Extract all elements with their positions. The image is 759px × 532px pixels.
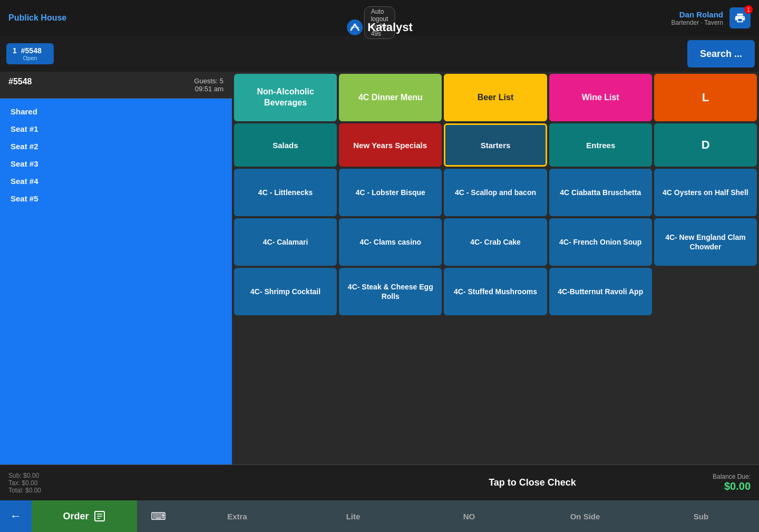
seat-5[interactable]: Seat #5 bbox=[0, 190, 232, 207]
item-littlenecks[interactable]: 4C - Littlenecks bbox=[234, 169, 337, 216]
action-no[interactable]: NO bbox=[411, 500, 527, 532]
order-id-display: #5548 bbox=[8, 77, 32, 93]
search-button[interactable]: Search ... bbox=[687, 40, 755, 67]
user-details: Dan Roland Bartender · Tavern bbox=[671, 10, 723, 26]
total: Total: $0.00 bbox=[8, 487, 352, 494]
menu-categories-row: Non-AlcoholicBeverages 4C Dinner Menu Be… bbox=[234, 74, 757, 121]
item-clams-casino[interactable]: 4C- Clams casino bbox=[339, 218, 442, 266]
app-name: Katalyst bbox=[367, 21, 413, 34]
item-ciabatta-bruschetta[interactable]: 4C Ciabatta Bruschetta bbox=[549, 169, 652, 216]
order-status: Open bbox=[13, 55, 47, 61]
left-panel: #5548 Guests: 5 09:51 am Shared Seat #1 … bbox=[0, 72, 232, 465]
seat-2[interactable]: Seat #2 bbox=[0, 138, 232, 155]
order-info-bar: #5548 Guests: 5 09:51 am bbox=[0, 72, 232, 99]
seat-1[interactable]: Seat #1 bbox=[0, 120, 232, 138]
cat-non-alcoholic[interactable]: Non-AlcoholicBeverages bbox=[234, 74, 337, 121]
print-button[interactable]: 1 bbox=[729, 7, 751, 28]
seats-panel: Shared Seat #1 Seat #2 Seat #3 Seat #4 S… bbox=[0, 99, 232, 465]
balance-amount: $0.00 bbox=[713, 480, 751, 492]
order-time: 09:51 am bbox=[194, 85, 223, 93]
action-lite[interactable]: Lite bbox=[295, 500, 411, 532]
seat-shared[interactable]: Shared bbox=[0, 103, 232, 120]
balance-label: Balance Due: bbox=[713, 473, 751, 480]
balance-section: Balance Due: $0.00 bbox=[704, 471, 759, 495]
item-crab-cake[interactable]: 4C- Crab Cake bbox=[444, 218, 547, 266]
tap-close-check[interactable]: Tap to Close Check bbox=[361, 477, 704, 488]
menu-panel: Non-AlcoholicBeverages 4C Dinner Menu Be… bbox=[232, 72, 759, 465]
katalyst-logo-icon bbox=[346, 19, 363, 36]
action-sub[interactable]: Sub bbox=[643, 500, 759, 532]
item-calamari[interactable]: 4C- Calamari bbox=[234, 218, 337, 266]
top-bar: Publick House Auto logout in: 9m 49s Kat… bbox=[0, 0, 759, 36]
item-new-england-clam-chowder[interactable]: 4C- New England Clam Chowder bbox=[654, 218, 757, 266]
cat-beer-list[interactable]: Beer List bbox=[444, 74, 547, 121]
cat-other[interactable]: L bbox=[654, 74, 757, 121]
user-role: Bartender · Tavern bbox=[671, 19, 723, 26]
order-header: 1 #5548 Open Search ... bbox=[0, 36, 759, 72]
subcat-new-years-specials[interactable]: New Years Specials bbox=[339, 123, 442, 167]
menu-subcats-row: Salads New Years Specials Starters Entre… bbox=[234, 123, 757, 167]
item-oysters-half-shell[interactable]: 4C Oysters on Half Shell bbox=[654, 169, 757, 216]
action-on-side[interactable]: On Side bbox=[527, 500, 643, 532]
main-layout: #5548 Guests: 5 09:51 am Shared Seat #1 … bbox=[0, 72, 759, 465]
order-tab[interactable]: 1 #5548 Open bbox=[6, 43, 54, 64]
printer-icon bbox=[734, 12, 746, 24]
keyboard-button[interactable]: ⌨ bbox=[137, 500, 179, 532]
print-badge: 1 bbox=[744, 5, 753, 14]
item-butternut-ravoli[interactable]: 4C-Butternut Ravoli App bbox=[549, 268, 652, 315]
brand-name: Publick House bbox=[8, 13, 66, 23]
order-label: Order bbox=[63, 511, 89, 522]
user-info: Dan Roland Bartender · Tavern 1 bbox=[671, 7, 751, 28]
order-id: #5548 bbox=[21, 46, 42, 55]
subcat-salads[interactable]: Salads bbox=[234, 123, 337, 167]
subcat-entrees[interactable]: Entrees bbox=[549, 123, 652, 167]
footer: ← Order ⌨ Extra Lite NO On Side Sub bbox=[0, 500, 759, 532]
order-meta: Guests: 5 09:51 am bbox=[194, 77, 223, 93]
user-name: Dan Roland bbox=[671, 10, 723, 19]
item-lobster-bisque[interactable]: 4C - Lobster Bisque bbox=[339, 169, 442, 216]
brand-left: Publick House bbox=[8, 13, 66, 23]
subcat-starters[interactable]: Starters bbox=[444, 123, 548, 167]
order-button[interactable]: Order bbox=[32, 500, 137, 532]
menu-items-grid: 4C - Littlenecks 4C - Lobster Bisque 4C … bbox=[234, 169, 757, 315]
back-button[interactable]: ← bbox=[0, 500, 32, 532]
item-shrimp-cocktail[interactable]: 4C- Shrimp Cocktail bbox=[234, 268, 337, 315]
action-extra[interactable]: Extra bbox=[179, 500, 295, 532]
item-steak-cheese-egg-rolls[interactable]: 4C- Steak & Cheese Egg Rolls bbox=[339, 268, 442, 315]
seat-3[interactable]: Seat #3 bbox=[0, 155, 232, 172]
checkout-totals: Sub: $0.00 Tax: $0.00 Total: $0.00 bbox=[0, 470, 361, 496]
cat-dinner-menu[interactable]: 4C Dinner Menu bbox=[339, 74, 442, 121]
order-icon bbox=[93, 510, 106, 523]
subcat-more[interactable]: D bbox=[654, 123, 757, 167]
tax: Tax: $0.00 bbox=[8, 479, 352, 487]
guests-count: Guests: 5 bbox=[194, 77, 223, 85]
checkout-area: Sub: $0.00 Tax: $0.00 Total: $0.00 Tap t… bbox=[0, 465, 759, 500]
order-tab-top: 1 #5548 bbox=[13, 46, 47, 55]
order-number: 1 bbox=[13, 46, 17, 55]
subtotal: Sub: $0.00 bbox=[8, 472, 352, 479]
cat-wine-list[interactable]: Wine List bbox=[549, 74, 652, 121]
item-stuffed-mushrooms[interactable]: 4C- Stuffed Mushrooms bbox=[444, 268, 547, 315]
item-scallop-bacon[interactable]: 4C - Scallop and bacon bbox=[444, 169, 547, 216]
item-french-onion-soup[interactable]: 4C- French Onion Soup bbox=[549, 218, 652, 266]
seat-4[interactable]: Seat #4 bbox=[0, 172, 232, 190]
